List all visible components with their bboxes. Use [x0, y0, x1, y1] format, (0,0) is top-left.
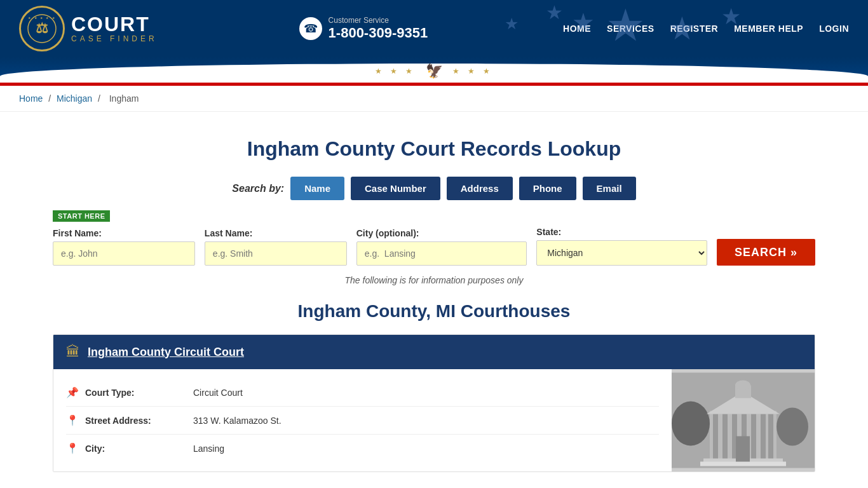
address-label: Street Address: [85, 416, 187, 426]
main-nav: HOME SERVICES REGISTER MEMBER HELP LOGIN [563, 24, 849, 34]
svg-rect-14 [768, 414, 773, 462]
page-title: Ingham County Court Records Lookup [53, 137, 815, 161]
nav-home[interactable]: HOME [563, 24, 591, 34]
logo-circle: ⚖ ★ ★ ★ ★ ★ [19, 6, 65, 51]
eagle-banner: ★ ★ ★ 🦅 ★ ★ ★ [0, 57, 868, 83]
detail-row-court-type: 📌 Court Type: Circuit Court [66, 379, 659, 407]
search-form-container: START HERE First Name: Last Name: City (… [53, 210, 815, 266]
city-group: City (optional): [356, 228, 527, 266]
star-row-right: ★ ★ ★ [452, 67, 494, 76]
main-content: Ingham County Court Records Lookup Searc… [27, 112, 841, 488]
search-by-label: Search by: [232, 183, 284, 194]
star-row-left: ★ ★ ★ [375, 67, 416, 76]
detail-row-city: 📍 City: Lansing [66, 435, 659, 462]
svg-point-4 [672, 402, 710, 446]
nav-services[interactable]: SERVICES [607, 24, 654, 34]
last-name-input[interactable] [205, 241, 347, 266]
svg-point-17 [735, 381, 750, 391]
courthouse-icon: 🏛 [66, 344, 80, 360]
courthouses-title: Ingham County, MI Courthouses [53, 301, 815, 322]
search-button[interactable]: SEARCH » [717, 239, 815, 266]
site-header: ★ ★ ★ ★ ★ ★ ⚖ ★ ★ ★ ★ ★ COURT CASE FINDE… [0, 0, 868, 57]
svg-rect-12 [751, 414, 756, 462]
logo-subtitle-text: CASE FINDER [71, 34, 158, 43]
first-name-input[interactable] [53, 241, 195, 266]
first-name-label: First Name: [53, 228, 195, 238]
start-here-badge: START HERE [53, 210, 110, 222]
tab-phone[interactable]: Phone [519, 177, 576, 200]
detail-row-address: 📍 Street Address: 313 W. Kalamazoo St. [66, 407, 659, 435]
last-name-group: Last Name: [205, 228, 347, 266]
city-detail-label: City: [85, 444, 187, 454]
breadcrumb-sep1: / [48, 93, 53, 104]
svg-text:⚖: ⚖ [36, 20, 48, 36]
svg-text:★ ★ ★ ★ ★: ★ ★ ★ ★ ★ [28, 16, 56, 20]
search-by-row: Search by: Name Case Number Address Phon… [53, 177, 815, 200]
cs-phone: 1-800-309-9351 [329, 25, 428, 41]
address-icon: 📍 [66, 414, 79, 426]
cs-label: Customer Service [329, 16, 428, 25]
svg-rect-13 [761, 414, 766, 462]
breadcrumb: Home / Michigan / Ingham [0, 86, 868, 112]
courthouse-body: 📌 Court Type: Circuit Court 📍 Street Add… [53, 369, 815, 471]
courthouse-details: 📌 Court Type: Circuit Court 📍 Street Add… [53, 369, 672, 471]
phone-icon: ☎ [299, 17, 322, 40]
svg-rect-19 [700, 462, 786, 466]
court-type-icon: 📌 [66, 386, 79, 398]
info-note: The following is for information purpose… [53, 275, 815, 285]
logo-text: COURT CASE FINDER [65, 11, 164, 46]
search-form-row: First Name: Last Name: City (optional): … [53, 227, 815, 266]
breadcrumb-sep2: / [98, 93, 103, 104]
courthouse-card: 🏛 Ingham County Circuit Court 📌 Court Ty… [53, 334, 815, 472]
courthouse-image [672, 369, 815, 471]
state-label: State: [536, 227, 707, 237]
state-select[interactable]: Michigan Alabama Alaska Arizona [536, 240, 707, 266]
nav-member-help[interactable]: MEMBER HELP [734, 24, 803, 34]
city-label: City (optional): [356, 228, 527, 238]
breadcrumb-county: Ingham [109, 93, 139, 104]
city-input[interactable] [356, 241, 527, 266]
logo-area[interactable]: ⚖ ★ ★ ★ ★ ★ COURT CASE FINDER [19, 6, 164, 51]
svg-rect-20 [736, 437, 750, 462]
first-name-group: First Name: [53, 228, 195, 266]
svg-rect-9 [722, 414, 728, 462]
state-group: State: Michigan Alabama Alaska Arizona [536, 227, 707, 266]
nav-register[interactable]: REGISTER [670, 24, 719, 34]
eagle-area: ★ ★ ★ 🦅 ★ ★ ★ [375, 63, 493, 83]
court-type-label: Court Type: [85, 388, 187, 398]
cs-text-block: Customer Service 1-800-309-9351 [329, 16, 428, 41]
tab-email[interactable]: Email [583, 177, 636, 200]
breadcrumb-home[interactable]: Home [19, 93, 43, 104]
address-value: 313 W. Kalamazoo St. [193, 416, 281, 426]
logo-court-text: COURT [71, 14, 158, 34]
eagle-icon: 🦅 [426, 63, 443, 79]
last-name-label: Last Name: [205, 228, 347, 238]
court-type-value: Circuit Court [193, 388, 243, 398]
tab-case-number[interactable]: Case Number [351, 177, 440, 200]
breadcrumb-state[interactable]: Michigan [57, 93, 92, 104]
city-icon: 📍 [66, 442, 79, 454]
tab-name[interactable]: Name [290, 177, 344, 200]
customer-service: ☎ Customer Service 1-800-309-9351 [299, 16, 428, 41]
city-detail-value: Lansing [193, 444, 224, 454]
tab-address[interactable]: Address [447, 177, 513, 200]
courthouse-name-link[interactable]: Ingham County Circuit Court [88, 346, 244, 359]
svg-point-5 [776, 408, 808, 446]
courthouse-header: 🏛 Ingham County Circuit Court [53, 335, 815, 369]
nav-login[interactable]: LOGIN [819, 24, 849, 34]
svg-rect-8 [713, 414, 718, 462]
